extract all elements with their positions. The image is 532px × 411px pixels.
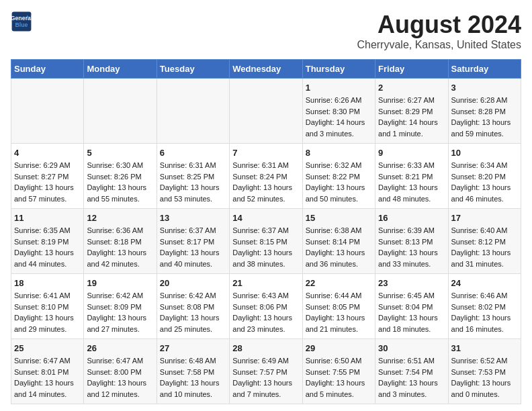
day-info: Sunrise: 6:39 AM Sunset: 8:13 PM Dayligh…	[378, 225, 445, 269]
calendar-table: SundayMondayTuesdayWednesdayThursdayFrid…	[11, 59, 521, 404]
day-number: 6	[160, 148, 226, 158]
calendar-cell: 24Sunrise: 6:46 AM Sunset: 8:02 PM Dayli…	[448, 274, 521, 339]
calendar-cell: 19Sunrise: 6:42 AM Sunset: 8:09 PM Dayli…	[84, 274, 157, 339]
header-day-monday: Monday	[84, 60, 157, 79]
day-number: 15	[306, 213, 372, 223]
day-number: 27	[160, 343, 226, 353]
title-area: August 2024 Cherryvale, Kansas, United S…	[357, 11, 521, 51]
header: General Blue August 2024 Cherryvale, Kan…	[11, 11, 521, 51]
calendar-cell: 1Sunrise: 6:26 AM Sunset: 8:30 PM Daylig…	[302, 79, 375, 144]
calendar-cell: 25Sunrise: 6:47 AM Sunset: 8:01 PM Dayli…	[11, 339, 84, 404]
day-info: Sunrise: 6:43 AM Sunset: 8:06 PM Dayligh…	[232, 290, 299, 334]
calendar-cell: 11Sunrise: 6:35 AM Sunset: 8:19 PM Dayli…	[11, 209, 84, 274]
day-info: Sunrise: 6:26 AM Sunset: 8:30 PM Dayligh…	[306, 95, 372, 139]
day-info: Sunrise: 6:46 AM Sunset: 8:02 PM Dayligh…	[451, 290, 518, 334]
day-info: Sunrise: 6:36 AM Sunset: 8:18 PM Dayligh…	[87, 225, 153, 269]
day-info: Sunrise: 6:48 AM Sunset: 7:58 PM Dayligh…	[160, 355, 226, 400]
day-info: Sunrise: 6:33 AM Sunset: 8:21 PM Dayligh…	[378, 160, 445, 204]
calendar-cell: 21Sunrise: 6:43 AM Sunset: 8:06 PM Dayli…	[230, 274, 302, 339]
week-row-2: 4Sunrise: 6:29 AM Sunset: 8:27 PM Daylig…	[11, 144, 521, 209]
day-number: 11	[14, 213, 81, 223]
calendar-cell: 16Sunrise: 6:39 AM Sunset: 8:13 PM Dayli…	[375, 209, 448, 274]
day-info: Sunrise: 6:51 AM Sunset: 7:54 PM Dayligh…	[378, 355, 445, 400]
calendar-cell: 26Sunrise: 6:47 AM Sunset: 8:00 PM Dayli…	[84, 339, 157, 404]
day-info: Sunrise: 6:42 AM Sunset: 8:09 PM Dayligh…	[87, 290, 153, 334]
calendar-cell: 5Sunrise: 6:30 AM Sunset: 8:26 PM Daylig…	[84, 144, 157, 209]
day-number: 9	[378, 148, 445, 158]
calendar-cell: 28Sunrise: 6:49 AM Sunset: 7:57 PM Dayli…	[230, 339, 302, 404]
day-number: 24	[451, 278, 518, 288]
day-number: 29	[306, 343, 372, 353]
day-number: 2	[378, 83, 445, 93]
svg-text:General: General	[11, 15, 32, 21]
calendar-cell: 22Sunrise: 6:44 AM Sunset: 8:05 PM Dayli…	[302, 274, 375, 339]
day-number: 5	[87, 148, 153, 158]
calendar-header: SundayMondayTuesdayWednesdayThursdayFrid…	[11, 60, 521, 79]
day-number: 12	[87, 213, 153, 223]
day-number: 16	[378, 213, 445, 223]
calendar-cell	[157, 79, 229, 144]
calendar-cell: 27Sunrise: 6:48 AM Sunset: 7:58 PM Dayli…	[157, 339, 229, 404]
week-row-3: 11Sunrise: 6:35 AM Sunset: 8:19 PM Dayli…	[11, 209, 521, 274]
day-info: Sunrise: 6:47 AM Sunset: 8:00 PM Dayligh…	[87, 355, 153, 400]
day-info: Sunrise: 6:37 AM Sunset: 8:15 PM Dayligh…	[232, 225, 299, 269]
day-info: Sunrise: 6:44 AM Sunset: 8:05 PM Dayligh…	[306, 290, 372, 334]
header-day-thursday: Thursday	[302, 60, 375, 79]
day-number: 7	[232, 148, 299, 158]
day-info: Sunrise: 6:28 AM Sunset: 8:28 PM Dayligh…	[451, 95, 518, 139]
calendar-cell: 31Sunrise: 6:52 AM Sunset: 7:53 PM Dayli…	[448, 339, 521, 404]
day-number: 20	[160, 278, 226, 288]
calendar-cell: 6Sunrise: 6:31 AM Sunset: 8:25 PM Daylig…	[157, 144, 229, 209]
day-info: Sunrise: 6:49 AM Sunset: 7:57 PM Dayligh…	[232, 355, 299, 400]
day-number: 4	[14, 148, 81, 158]
page-subtitle: Cherryvale, Kansas, United States	[357, 39, 521, 51]
header-day-tuesday: Tuesday	[157, 60, 229, 79]
day-info: Sunrise: 6:31 AM Sunset: 8:25 PM Dayligh…	[160, 160, 226, 204]
week-row-4: 18Sunrise: 6:41 AM Sunset: 8:10 PM Dayli…	[11, 274, 521, 339]
svg-text:Blue: Blue	[15, 21, 28, 28]
day-info: Sunrise: 6:42 AM Sunset: 8:08 PM Dayligh…	[160, 290, 226, 334]
day-info: Sunrise: 6:41 AM Sunset: 8:10 PM Dayligh…	[14, 290, 81, 334]
day-number: 31	[451, 343, 518, 353]
day-number: 17	[451, 213, 518, 223]
day-number: 26	[87, 343, 153, 353]
day-info: Sunrise: 6:37 AM Sunset: 8:17 PM Dayligh…	[160, 225, 226, 269]
calendar-cell: 15Sunrise: 6:38 AM Sunset: 8:14 PM Dayli…	[302, 209, 375, 274]
calendar-cell: 12Sunrise: 6:36 AM Sunset: 8:18 PM Dayli…	[84, 209, 157, 274]
calendar-cell: 10Sunrise: 6:34 AM Sunset: 8:20 PM Dayli…	[448, 144, 521, 209]
header-day-friday: Friday	[375, 60, 448, 79]
day-info: Sunrise: 6:35 AM Sunset: 8:19 PM Dayligh…	[14, 225, 81, 269]
day-info: Sunrise: 6:47 AM Sunset: 8:01 PM Dayligh…	[14, 355, 81, 400]
day-number: 10	[451, 148, 518, 158]
logo-icon: General Blue	[11, 11, 32, 32]
day-number: 22	[306, 278, 372, 288]
day-number: 14	[232, 213, 299, 223]
header-day-wednesday: Wednesday	[230, 60, 302, 79]
day-info: Sunrise: 6:50 AM Sunset: 7:55 PM Dayligh…	[306, 355, 372, 400]
day-number: 21	[232, 278, 299, 288]
day-info: Sunrise: 6:45 AM Sunset: 8:04 PM Dayligh…	[378, 290, 445, 334]
calendar-cell	[11, 79, 84, 144]
calendar-body: 1Sunrise: 6:26 AM Sunset: 8:30 PM Daylig…	[11, 79, 521, 404]
day-number: 13	[160, 213, 226, 223]
day-info: Sunrise: 6:32 AM Sunset: 8:22 PM Dayligh…	[306, 160, 372, 204]
calendar-cell: 2Sunrise: 6:27 AM Sunset: 8:29 PM Daylig…	[375, 79, 448, 144]
day-info: Sunrise: 6:38 AM Sunset: 8:14 PM Dayligh…	[306, 225, 372, 269]
calendar-cell: 23Sunrise: 6:45 AM Sunset: 8:04 PM Dayli…	[375, 274, 448, 339]
day-number: 19	[87, 278, 153, 288]
day-number: 3	[451, 83, 518, 93]
calendar-cell: 7Sunrise: 6:31 AM Sunset: 8:24 PM Daylig…	[230, 144, 302, 209]
calendar-cell: 18Sunrise: 6:41 AM Sunset: 8:10 PM Dayli…	[11, 274, 84, 339]
calendar-cell: 30Sunrise: 6:51 AM Sunset: 7:54 PM Dayli…	[375, 339, 448, 404]
day-info: Sunrise: 6:52 AM Sunset: 7:53 PM Dayligh…	[451, 355, 518, 400]
day-info: Sunrise: 6:40 AM Sunset: 8:12 PM Dayligh…	[451, 225, 518, 269]
day-number: 25	[14, 343, 81, 353]
calendar-cell: 8Sunrise: 6:32 AM Sunset: 8:22 PM Daylig…	[302, 144, 375, 209]
header-row: SundayMondayTuesdayWednesdayThursdayFrid…	[11, 60, 521, 79]
calendar-cell: 13Sunrise: 6:37 AM Sunset: 8:17 PM Dayli…	[157, 209, 229, 274]
calendar-cell: 3Sunrise: 6:28 AM Sunset: 8:28 PM Daylig…	[448, 79, 521, 144]
day-info: Sunrise: 6:31 AM Sunset: 8:24 PM Dayligh…	[232, 160, 299, 204]
calendar-cell: 14Sunrise: 6:37 AM Sunset: 8:15 PM Dayli…	[230, 209, 302, 274]
logo: General Blue	[11, 11, 32, 32]
calendar-cell	[84, 79, 157, 144]
